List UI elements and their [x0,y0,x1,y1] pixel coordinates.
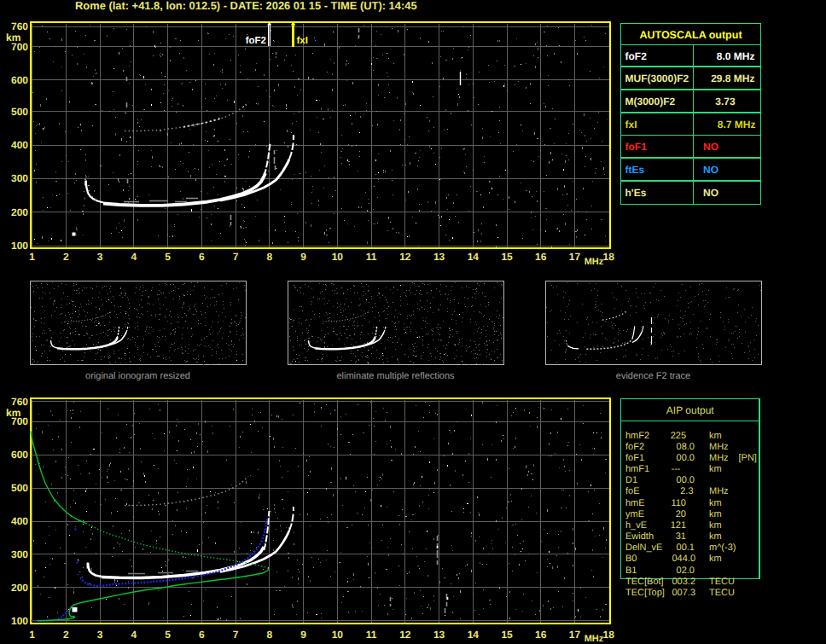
svg-text:AIP output: AIP output [666,404,714,416]
svg-text:15: 15 [501,251,513,263]
svg-text:D1: D1 [625,475,637,485]
svg-text:hmF1: hmF1 [625,464,649,474]
svg-text:10: 10 [332,629,344,641]
svg-text:400: 400 [11,515,28,527]
svg-text:225: 225 [671,431,686,441]
svg-text:400: 400 [11,139,28,151]
svg-text:300: 300 [11,172,28,184]
svg-text:B1: B1 [625,566,637,576]
svg-text:200: 200 [11,582,28,594]
svg-text:20: 20 [676,509,686,519]
svg-text:h_vE: h_vE [625,520,647,531]
svg-text:Ewidth: Ewidth [625,531,654,542]
svg-text:km: km [709,509,722,519]
svg-text:km: km [709,464,722,474]
svg-text:11: 11 [366,251,377,263]
svg-text:8.0 MHz: 8.0 MHz [717,50,755,62]
svg-text:8.7 MHz: 8.7 MHz [718,119,756,131]
svg-text:Rome (lat: +41.8, lon: 012.5): Rome (lat: +41.8, lon: 012.5) - DATE: 20… [75,0,417,12]
svg-text:h'Es: h'Es [625,187,647,199]
svg-text:M(3000)F2: M(3000)F2 [625,96,676,107]
svg-text:2: 2 [63,629,69,641]
svg-text:29.8 MHz: 29.8 MHz [711,73,754,84]
svg-text:foF1: foF1 [625,141,648,153]
svg-text:14: 14 [468,251,480,263]
svg-text:121: 121 [671,520,686,531]
svg-text:12: 12 [399,251,411,263]
svg-text:km: km [6,407,20,419]
svg-text:MHz: MHz [585,257,604,267]
svg-text:MUF(3000)F2: MUF(3000)F2 [625,73,689,84]
svg-text:original ionogram resized: original ionogram resized [85,371,190,381]
svg-text:00.0: 00.0 [677,453,695,463]
svg-text:MHz: MHz [709,486,729,496]
svg-text:MHz: MHz [585,634,604,644]
svg-text:8: 8 [267,629,273,641]
svg-text:7: 7 [233,629,239,641]
svg-text:TECU: TECU [709,588,735,598]
svg-text:6: 6 [199,251,205,263]
svg-text:007.3: 007.3 [672,588,695,598]
svg-text:13: 13 [433,629,445,641]
svg-text:fxI: fxI [625,119,637,131]
svg-text:16: 16 [535,251,547,263]
svg-text:km: km [709,498,722,508]
svg-text:31: 31 [676,531,686,542]
svg-text:3.73: 3.73 [715,96,736,107]
svg-text:9: 9 [300,629,306,641]
svg-text:MHz: MHz [709,442,729,452]
svg-text:3: 3 [97,629,103,641]
svg-text:13: 13 [433,251,445,263]
svg-text:00.1: 00.1 [677,542,695,553]
svg-text:200: 200 [11,206,28,218]
svg-text:MHz: MHz [709,453,729,463]
svg-text:110: 110 [671,498,686,508]
svg-text:1: 1 [29,629,35,641]
svg-text:08.0: 08.0 [677,442,695,452]
svg-text:m^(-3): m^(-3) [709,542,736,553]
svg-text:[PN]: [PN] [739,453,757,463]
svg-text:500: 500 [11,106,28,118]
svg-text:3: 3 [97,251,103,263]
svg-text:18: 18 [603,251,615,263]
svg-text:760: 760 [11,396,28,408]
svg-text:AUTOSCALA output: AUTOSCALA output [639,29,742,41]
svg-text:km: km [709,554,722,564]
svg-text:2.3: 2.3 [680,486,693,496]
svg-text:ftEs: ftEs [625,164,645,176]
svg-text:12: 12 [399,629,411,641]
svg-text:600: 600 [11,74,28,86]
svg-text:fxI: fxI [297,36,308,46]
svg-text:foE: foE [625,486,640,496]
svg-text:TECU: TECU [709,577,735,587]
svg-text:02.0: 02.0 [677,566,695,576]
svg-text:15: 15 [501,629,513,641]
svg-text:2: 2 [63,251,69,263]
svg-text:foF1: foF1 [625,453,644,463]
svg-text:1: 1 [29,251,35,263]
svg-text:10: 10 [332,251,344,263]
svg-text:evidence F2 trace: evidence F2 trace [616,371,690,381]
svg-text:14: 14 [468,629,480,641]
svg-text:km: km [6,32,20,44]
svg-text:100: 100 [11,240,28,252]
svg-text:eliminate multiple reflections: eliminate multiple reflections [336,371,455,381]
svg-text:---: --- [672,464,681,474]
svg-text:8: 8 [267,251,273,263]
svg-text:11: 11 [366,629,377,641]
svg-text:6: 6 [199,629,205,641]
svg-text:003.2: 003.2 [672,577,695,587]
svg-text:17: 17 [569,251,581,263]
svg-text:4: 4 [131,629,137,641]
svg-text:100: 100 [11,615,28,627]
svg-text:NO: NO [703,141,718,153]
svg-text:km: km [709,531,722,542]
svg-text:4: 4 [131,251,137,263]
svg-text:B0: B0 [625,554,637,564]
svg-text:600: 600 [11,449,28,461]
svg-text:hmE: hmE [625,498,645,508]
svg-text:044.0: 044.0 [672,554,695,564]
svg-text:foF2: foF2 [625,50,648,62]
svg-text:300: 300 [11,548,28,560]
svg-text:5: 5 [165,629,171,641]
